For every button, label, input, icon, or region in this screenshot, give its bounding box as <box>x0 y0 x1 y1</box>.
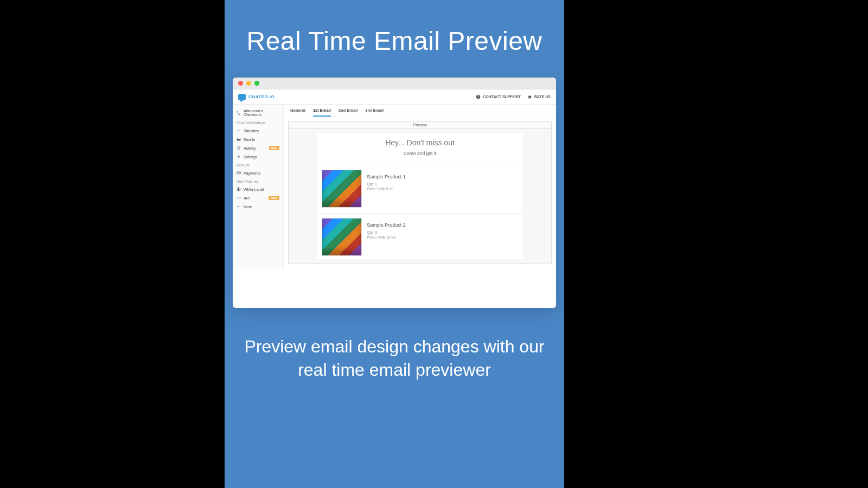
sidebar-item-activity[interactable]: Activity New <box>233 144 283 152</box>
globe-icon <box>237 187 241 191</box>
product-image <box>322 170 362 208</box>
rate-us-label: RATE US <box>534 95 551 99</box>
product-row: Sample Product 1 Qty: 1 Price: HK$ 9.99 <box>317 165 522 208</box>
svg-rect-3 <box>237 172 241 174</box>
preview-label: Preview <box>288 121 552 128</box>
product-image <box>322 218 362 256</box>
close-icon[interactable] <box>238 81 243 86</box>
brand-logo[interactable]: CHATED.IO <box>238 94 275 100</box>
product-name: Sample Product 1 <box>367 174 406 179</box>
envelope-icon <box>237 137 241 142</box>
svg-point-5 <box>237 206 238 207</box>
chart-line-icon <box>237 129 241 133</box>
preview-pane: Hey... Don't miss out Come and get it Sa… <box>288 128 552 264</box>
sidebar-section-new-features: New Features <box>233 177 283 185</box>
preview-section: Preview Hey... Don't miss out Come and g… <box>288 121 552 264</box>
code-icon <box>237 196 241 200</box>
tab-general[interactable]: General <box>290 108 305 117</box>
app-shell: CHATED.IO ? CONTACT SUPPORT RATE US <box>233 89 556 269</box>
svg-point-7 <box>240 206 240 207</box>
list-icon <box>237 146 241 150</box>
sidebar-item-white-label[interactable]: White Label <box>233 185 283 194</box>
product-qty: Qty: 1 <box>367 182 406 187</box>
sidebar-section-email-notifications: Email Notifications <box>233 119 283 126</box>
sidebar: Abandoned Checkouts Email Notifications … <box>233 105 284 269</box>
sidebar-item-abandoned-checkouts[interactable]: Abandoned Checkouts <box>233 107 283 119</box>
contact-support-label: CONTACT SUPPORT <box>483 95 520 99</box>
tab-bar: General 1st Email 2nd Email 3rd Email <box>288 105 552 117</box>
tab-first-email[interactable]: 1st Email <box>313 108 331 117</box>
sidebar-item-label: Settings <box>244 155 257 159</box>
product-qty: Qty: 2 <box>367 230 406 235</box>
cart-icon <box>237 111 241 115</box>
promo-title: Real Time Email Preview <box>247 26 542 56</box>
product-price: Price: HK$ 19.99 <box>367 235 406 240</box>
sidebar-item-label: Abandoned Checkouts <box>244 109 279 117</box>
svg-text:?: ? <box>477 95 479 98</box>
product-info: Sample Product 2 Qty: 2 Price: HK$ 19.99 <box>367 218 406 240</box>
help-icon: ? <box>476 94 481 99</box>
main-panel: General 1st Email 2nd Email 3rd Email Pr… <box>284 105 556 269</box>
product-row: Sample Product 2 Qty: 2 Price: HK$ 19.99 <box>317 213 522 256</box>
sidebar-item-label: Payments <box>244 171 260 175</box>
tab-second-email[interactable]: 2nd Email <box>339 108 358 117</box>
minimize-icon[interactable] <box>246 81 251 86</box>
sidebar-item-label: White Label <box>244 188 264 191</box>
sidebar-item-label: Emails <box>244 138 255 142</box>
email-subheadline: Come and get it <box>317 151 522 156</box>
sidebar-section-account: Account <box>233 161 283 169</box>
card-bottom-padding <box>233 269 556 308</box>
product-name: Sample Product 2 <box>367 222 406 228</box>
sidebar-item-label: More <box>244 205 252 209</box>
chat-bubble-icon <box>238 94 246 100</box>
svg-point-6 <box>238 206 239 207</box>
product-info: Sample Product 1 Qty: 1 Price: HK$ 9.99 <box>367 170 406 191</box>
star-icon <box>527 94 532 99</box>
tab-third-email[interactable]: 3rd Email <box>365 108 384 117</box>
sidebar-item-emails[interactable]: Emails <box>233 135 283 144</box>
product-meta: Qty: 1 Price: HK$ 9.99 <box>367 182 406 191</box>
promo-subtitle: Preview email design changes with our re… <box>225 335 564 382</box>
contact-support-link[interactable]: ? CONTACT SUPPORT <box>476 94 520 99</box>
app-body: Abandoned Checkouts Email Notifications … <box>233 105 556 269</box>
top-links: ? CONTACT SUPPORT RATE US <box>476 94 551 99</box>
brand-name: CHATED.IO <box>248 94 275 99</box>
ellipsis-icon <box>237 204 241 209</box>
promo-panel: Real Time Email Preview CHATED.IO ? CONT… <box>225 0 564 488</box>
product-meta: Qty: 2 Price: HK$ 19.99 <box>367 230 406 240</box>
maximize-icon[interactable] <box>254 81 259 86</box>
new-badge: New <box>269 146 279 150</box>
sidebar-item-payments[interactable]: Payments <box>233 169 283 177</box>
sidebar-item-settings[interactable]: Settings <box>233 152 283 161</box>
sidebar-item-label: Statistics <box>244 129 259 133</box>
rate-us-link[interactable]: RATE US <box>527 94 551 99</box>
product-price: Price: HK$ 9.99 <box>367 187 406 191</box>
browser-mock-window: CHATED.IO ? CONTACT SUPPORT RATE US <box>233 78 556 308</box>
beta-badge: Beta <box>269 196 279 200</box>
sidebar-item-more[interactable]: More <box>233 202 283 211</box>
window-titlebar <box>233 78 556 89</box>
sidebar-item-statistics[interactable]: Statistics <box>233 126 283 135</box>
sidebar-item-api[interactable]: API Beta <box>233 194 283 202</box>
email-headline: Hey... Don't miss out <box>317 138 522 147</box>
app-header: CHATED.IO ? CONTACT SUPPORT RATE US <box>233 89 556 105</box>
gear-icon <box>237 155 241 159</box>
sidebar-item-label: Activity <box>244 146 256 150</box>
email-card: Hey... Don't miss out Come and get it Sa… <box>317 133 522 259</box>
credit-card-icon <box>237 171 241 175</box>
sidebar-item-label: API <box>244 196 250 200</box>
